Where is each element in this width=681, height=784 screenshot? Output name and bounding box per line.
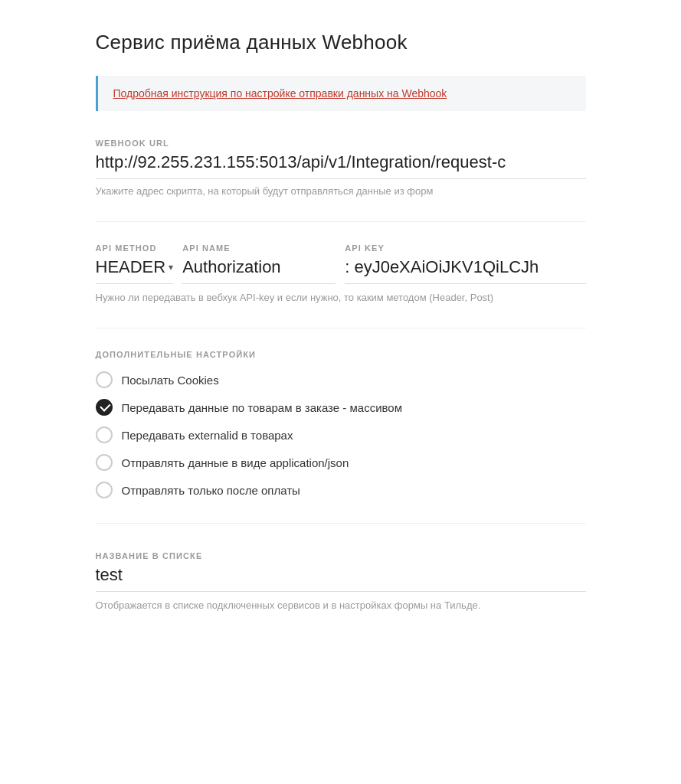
page-title: Сервис приёма данных Webhook	[96, 31, 586, 54]
api-section: API METHOD HEADER ▾ API NAME Authorizati…	[96, 243, 586, 303]
checkbox-circle-2	[96, 426, 113, 443]
checkbox-item-3[interactable]: Отправлять данные в виде application/jso…	[96, 454, 586, 471]
dropdown-arrow-icon: ▾	[169, 262, 173, 273]
checkbox-circle-0	[96, 371, 113, 388]
api-name-label: API NAME	[182, 243, 336, 253]
additional-settings-section: ДОПОЛНИТЕЛЬНЫЕ НАСТРОЙКИ Посылать Cookie…	[96, 350, 586, 498]
api-name-col: API NAME Authorization	[182, 243, 336, 284]
checkbox-item-2[interactable]: Передавать externalid в товарах	[96, 426, 586, 443]
checkbox-label-3: Отправлять данные в виде application/jso…	[122, 456, 349, 469]
info-banner-link[interactable]: Подробная инструкция по настройке отправ…	[113, 87, 447, 100]
checkbox-label-0: Посылать Cookies	[122, 374, 219, 387]
webhook-url-value: http://92.255.231.155:5013/api/v1/Integr…	[96, 152, 586, 179]
api-hint: Нужно ли передавать в вебхук API-key и е…	[96, 292, 586, 303]
webhook-url-hint: Укажите адрес скрипта, на который будут …	[96, 185, 586, 197]
checkbox-label-1: Передавать данные по товарам в заказе - …	[122, 401, 402, 414]
checkbox-circle-4	[96, 482, 113, 498]
divider-1	[96, 221, 586, 222]
checkbox-circle-1	[96, 399, 113, 416]
api-method-label: API METHOD	[96, 243, 174, 253]
checkbox-label-2: Передавать externalid в товарах	[122, 429, 293, 442]
checkbox-label-4: Отправлять только после оплаты	[122, 484, 300, 497]
api-key-value[interactable]: : eyJ0eXAiOiJKV1QiLCJh	[345, 257, 585, 284]
checkbox-item-4[interactable]: Отправлять только после оплаты	[96, 482, 586, 498]
webhook-url-label: WEBHOOK URL	[96, 139, 586, 148]
name-label: НАЗВАНИЕ В СПИСКЕ	[96, 551, 586, 560]
checkbox-item-0[interactable]: Посылать Cookies	[96, 371, 586, 388]
webhook-url-section: WEBHOOK URL http://92.255.231.155:5013/a…	[96, 139, 586, 197]
api-row: API METHOD HEADER ▾ API NAME Authorizati…	[96, 243, 586, 284]
api-key-label: API KEY	[345, 243, 585, 253]
api-name-value[interactable]: Authorization	[182, 257, 336, 284]
info-banner: Подробная инструкция по настройке отправ…	[96, 76, 586, 111]
page-container: Сервис приёма данных Webhook Подробная и…	[50, 0, 632, 642]
divider-3	[96, 523, 586, 524]
name-value[interactable]: test	[96, 565, 586, 592]
api-key-col: API KEY : eyJ0eXAiOiJKV1QiLCJh	[345, 243, 585, 284]
additional-settings-title: ДОПОЛНИТЕЛЬНЫЕ НАСТРОЙКИ	[96, 350, 586, 359]
name-hint: Отображается в списке подключенных серви…	[96, 599, 586, 611]
api-method-value[interactable]: HEADER ▾	[96, 257, 174, 284]
divider-2	[96, 328, 586, 328]
name-section: НАЗВАНИЕ В СПИСКЕ test Отображается в сп…	[96, 551, 586, 611]
checkbox-circle-3	[96, 454, 113, 471]
checkbox-group: Посылать CookiesПередавать данные по тов…	[96, 371, 586, 498]
api-method-col: API METHOD HEADER ▾	[96, 243, 174, 284]
checkbox-item-1[interactable]: Передавать данные по товарам в заказе - …	[96, 399, 586, 416]
